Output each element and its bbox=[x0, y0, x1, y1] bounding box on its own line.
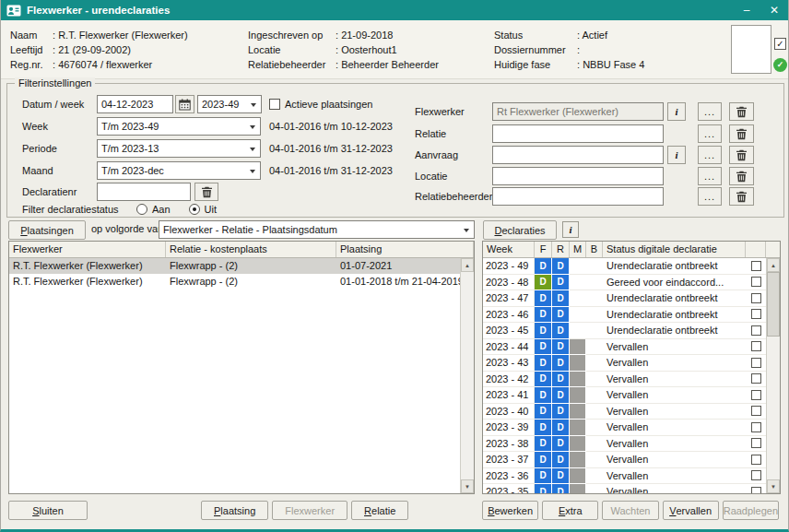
browse-button[interactable]: ... bbox=[698, 146, 722, 164]
delete-button[interactable] bbox=[729, 146, 754, 164]
row-checkbox[interactable] bbox=[751, 406, 761, 416]
row-checkbox[interactable] bbox=[751, 277, 761, 287]
declaratie-row[interactable]: 2023 - 36DDVervallen bbox=[483, 468, 766, 485]
declaratie-row[interactable]: 2023 - 40DDVervallen bbox=[483, 404, 766, 420]
lookup-input-locatie[interactable] bbox=[492, 167, 664, 185]
button-plaatsing[interactable]: Plaatsing bbox=[201, 501, 268, 520]
column-header-week[interactable]: Week bbox=[483, 242, 535, 257]
scroll-track[interactable] bbox=[461, 272, 474, 479]
declaratie-row[interactable]: 2023 - 44DDVervallen bbox=[483, 339, 766, 356]
row-checkbox[interactable] bbox=[751, 438, 761, 448]
row-checkbox[interactable] bbox=[751, 487, 761, 493]
column-header-relatie-kostenplaats[interactable]: Relatie - kostenplaats bbox=[166, 242, 336, 257]
declaratie-row[interactable]: 2023 - 48DDGereed voor eindaccord... bbox=[483, 275, 766, 291]
declaratie-row[interactable]: 2023 - 37DDVervallen bbox=[483, 452, 766, 468]
delete-button[interactable] bbox=[729, 187, 754, 206]
minimize-button[interactable]: – bbox=[733, 0, 760, 20]
row-checkbox[interactable] bbox=[751, 373, 761, 384]
plaatsing-row[interactable]: R.T. Flexwerker (Flexwerker)Flexwrapp - … bbox=[9, 258, 460, 274]
b-cell bbox=[586, 420, 603, 436]
button-extra[interactable]: Extra bbox=[542, 501, 598, 520]
button-relatie[interactable]: Relatie bbox=[351, 501, 408, 520]
lookup-input-relatie[interactable] bbox=[492, 124, 664, 143]
info-button[interactable]: i bbox=[667, 102, 686, 121]
declaratie-row[interactable]: 2023 - 43DDVervallen bbox=[483, 355, 766, 372]
lookup-row-locatie: Locatie... bbox=[7, 167, 783, 185]
r-cell: D bbox=[552, 290, 570, 307]
declaraties-tab[interactable]: Declaraties bbox=[483, 220, 557, 240]
declaratie-row[interactable]: 2023 - 38DDVervallen bbox=[483, 436, 766, 453]
week-cell: 2023 - 42 bbox=[483, 372, 535, 388]
f-cell: D bbox=[535, 468, 552, 485]
column-header-f[interactable]: F bbox=[535, 242, 552, 257]
f-cell: D bbox=[535, 290, 552, 307]
delete-button[interactable] bbox=[729, 167, 754, 185]
declaratie-row[interactable]: 2023 - 39DDVervallen bbox=[483, 420, 766, 436]
declaratie-row[interactable]: 2023 - 35DDVervallen bbox=[483, 484, 766, 493]
delete-button[interactable] bbox=[729, 102, 754, 121]
browse-button[interactable]: ... bbox=[698, 187, 722, 206]
sort-combo[interactable]: Flexwerker - Relatie - Plaatsingsdatum bbox=[159, 220, 475, 239]
sort-label: op volgorde van bbox=[91, 223, 163, 234]
m-cell bbox=[570, 290, 586, 307]
close-button[interactable]: ✕ bbox=[760, 0, 788, 20]
column-header-status-digitale-declaratie[interactable]: Status digitale declaratie bbox=[603, 242, 746, 257]
select-cell bbox=[746, 436, 766, 453]
scroll-down-icon[interactable]: ▼ bbox=[461, 479, 474, 493]
row-checkbox[interactable] bbox=[751, 309, 761, 319]
declaratie-row[interactable]: 2023 - 41DDVervallen bbox=[483, 387, 766, 404]
column-header-r[interactable]: R bbox=[552, 242, 570, 257]
scroll-track[interactable] bbox=[767, 272, 780, 479]
column-header-select[interactable] bbox=[746, 242, 766, 257]
info-button[interactable]: i bbox=[667, 146, 686, 164]
column-header-flexwerker[interactable]: Flexwerker bbox=[9, 242, 166, 257]
plaatsingen-scrollbar[interactable]: ▲ ▼ bbox=[460, 258, 474, 493]
browse-button[interactable]: ... bbox=[698, 124, 722, 143]
column-header-plaatsing[interactable]: Plaatsing bbox=[336, 242, 474, 257]
declaratie-row[interactable]: 2023 - 47DDUrendeclaratie ontbreekt bbox=[483, 290, 766, 307]
scroll-up-icon[interactable]: ▲ bbox=[461, 258, 474, 272]
delete-button[interactable] bbox=[729, 124, 754, 143]
row-checkbox[interactable] bbox=[751, 470, 761, 480]
browse-button[interactable]: ... bbox=[698, 102, 722, 121]
row-checkbox[interactable] bbox=[751, 455, 761, 465]
declaraties-scrollbar[interactable]: ▲ ▼ bbox=[766, 258, 780, 493]
button-raadplegen[interactable]: Raadplegen bbox=[723, 501, 779, 520]
row-checkbox[interactable] bbox=[751, 261, 761, 271]
id-checkbox[interactable]: ✓ bbox=[774, 38, 786, 50]
declaratie-row[interactable]: 2023 - 49DDUrendeclaratie ontbreekt bbox=[483, 258, 766, 275]
row-checkbox[interactable] bbox=[751, 390, 761, 400]
week-cell: 2023 - 43 bbox=[483, 355, 535, 372]
button-sluiten[interactable]: Sluiten bbox=[8, 501, 88, 520]
button-wachten[interactable]: Wachten bbox=[602, 501, 658, 520]
lookup-input-flexwerker[interactable] bbox=[492, 102, 664, 121]
lookup-row-aanvraag: Aanvraagi... bbox=[7, 146, 783, 164]
row-checkbox[interactable] bbox=[751, 422, 761, 432]
row-checkbox[interactable] bbox=[751, 358, 761, 368]
scroll-down-icon[interactable]: ▼ bbox=[767, 479, 780, 493]
lookup-input-aanvraag[interactable] bbox=[492, 146, 664, 164]
f-cell: D bbox=[535, 420, 552, 436]
declaratie-row[interactable]: 2023 - 46DDUrendeclaratie ontbreekt bbox=[483, 307, 766, 324]
row-checkbox[interactable] bbox=[751, 293, 761, 303]
declaraties-table: WeekFRMBStatus digitale declaratie 2023 … bbox=[482, 241, 781, 494]
declaratie-row[interactable]: 2023 - 42DDVervallen bbox=[483, 372, 766, 388]
browse-button[interactable]: ... bbox=[698, 167, 722, 185]
button-bewerken[interactable]: Bewerken bbox=[482, 501, 538, 520]
declaratie-row[interactable]: 2023 - 45DDUrendeclaratie ontbreekt bbox=[483, 323, 766, 339]
status-cell: Vervallen bbox=[603, 355, 746, 372]
button-vervallen[interactable]: Vervallen bbox=[663, 501, 719, 520]
scroll-thumb[interactable] bbox=[767, 272, 780, 337]
lookup-input-relatiebeheerder[interactable] bbox=[492, 187, 664, 206]
declaraties-info-button[interactable]: i bbox=[562, 221, 579, 238]
plaatsing-row[interactable]: R.T. Flexwerker (Flexwerker)Flexwrapp - … bbox=[9, 274, 460, 290]
scroll-up-icon[interactable]: ▲ bbox=[767, 258, 780, 272]
plaatsingen-tab[interactable]: Plaatsingen bbox=[8, 220, 86, 240]
button-flexwerker[interactable]: Flexwerker bbox=[272, 501, 347, 520]
r-cell: D bbox=[552, 452, 570, 468]
column-header-b[interactable]: B bbox=[586, 242, 603, 257]
column-header-m[interactable]: M bbox=[570, 242, 586, 257]
row-checkbox[interactable] bbox=[751, 341, 761, 351]
row-checkbox[interactable] bbox=[751, 325, 761, 336]
select-cell bbox=[746, 372, 766, 388]
